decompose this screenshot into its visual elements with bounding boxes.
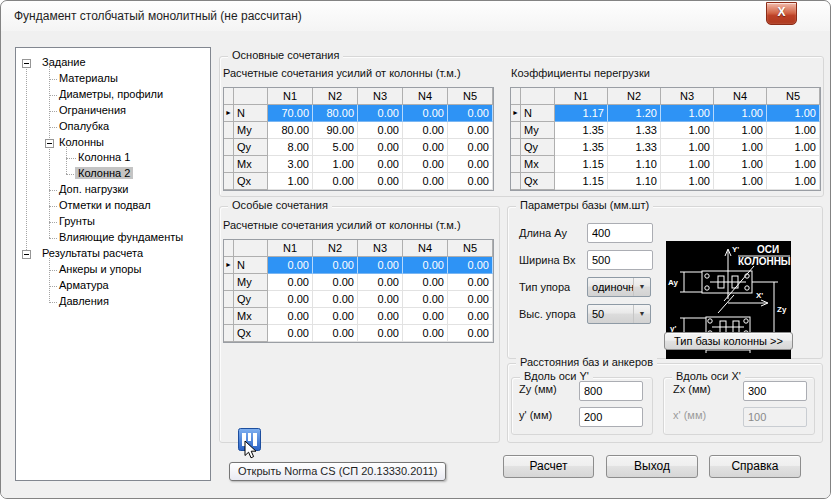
tree-item-label[interactable]: Ограничения [56,104,129,116]
grid-cell[interactable]: 0.00 [403,257,448,274]
grid-cell[interactable]: 1.00 [767,156,820,173]
width-bx-input[interactable] [587,250,653,270]
grid-cell[interactable]: 1.00 [714,156,767,173]
grid-cell[interactable]: 1.00 [268,173,313,190]
grid-cell[interactable]: 0.00 [448,173,493,190]
grid-cell[interactable]: 1.00 [767,122,820,139]
tree-item-label[interactable]: Задание [39,56,89,68]
grid-cell[interactable]: 5.00 [313,139,358,156]
close-button[interactable]: X [766,2,797,25]
tree-collapse-icon[interactable] [45,139,54,148]
grid-cell[interactable]: 0.00 [268,257,313,274]
tree-item-vliyayushchie-fundamenty[interactable]: Влияющие фундаменты [16,230,210,246]
grid-row-header[interactable]: My [234,274,268,291]
grid-cell[interactable]: 1.00 [767,105,820,122]
tree-item-grunty[interactable]: Грунты [16,214,210,230]
grid-row-header[interactable]: Qy [234,291,268,308]
chevron-down-icon[interactable]: ▼ [633,278,650,296]
grid-cell[interactable]: 0.00 [358,122,403,139]
grid-row-header[interactable]: Mx [234,308,268,325]
tree-item-armatura[interactable]: Арматура [16,278,210,294]
grid-row-header[interactable]: Qx [521,173,555,190]
grid-cell[interactable]: 1.00 [313,156,358,173]
grid-row-header[interactable]: My [521,122,555,139]
help-button[interactable]: Справка [709,455,801,478]
grid-cell[interactable]: 1.00 [661,105,714,122]
grid-cell[interactable]: 0.00 [268,291,313,308]
grid-cell[interactable]: 0.00 [268,325,313,342]
tree-item-davleniya[interactable]: Давления [16,294,210,310]
support-type-select[interactable]: одиночн ▼ [587,277,651,297]
grid-cell[interactable]: 8.00 [268,139,313,156]
tree-item-label[interactable]: Диаметры, профили [56,88,166,100]
grid-row-header[interactable]: Qy [234,139,268,156]
grid-cell[interactable]: 0.00 [403,291,448,308]
grid-cell[interactable]: 0.00 [403,325,448,342]
tree-item-label[interactable]: Колонна 1 [75,151,133,163]
grid-cell[interactable]: 0.00 [358,139,403,156]
grid-cell[interactable]: 0.00 [313,274,358,291]
grid-cell[interactable]: 0.00 [403,105,448,122]
grid-cell[interactable]: 0.00 [448,122,493,139]
grid-cell[interactable]: 0.00 [358,173,403,190]
grid-cell[interactable]: 80.00 [268,122,313,139]
y-small-input[interactable] [579,407,643,427]
tree-item-ogranicheniya[interactable]: Ограничения [16,103,210,119]
support-height-select[interactable]: 50 ▼ [587,304,651,324]
grid-row-header[interactable]: N [521,105,555,122]
tree-item-label[interactable]: Материалы [56,72,121,84]
grid-cell[interactable]: 80.00 [313,105,358,122]
grid-cell[interactable]: 0.00 [448,105,493,122]
tree-item-label[interactable]: Анкеры и упоры [56,263,144,275]
grid-cell[interactable]: 0.00 [403,274,448,291]
grid-cell[interactable]: 1.00 [714,139,767,156]
tree-item-label[interactable]: Отметки и подвал [56,199,154,211]
tree-item-otmetki-i-podval[interactable]: Отметки и подвал [16,198,210,214]
tree-collapse-icon[interactable] [22,250,31,259]
grid-cell[interactable]: 0.00 [448,156,493,173]
grid-cell[interactable]: 0.00 [448,325,493,342]
tree-item-materialy[interactable]: Материалы [16,71,210,87]
grid-cell[interactable]: 0.00 [358,325,403,342]
grid-cell[interactable]: 1.20 [608,105,661,122]
grid-cell[interactable]: 1.10 [608,156,661,173]
grid-cell[interactable]: 1.00 [767,173,820,190]
grid-cell[interactable]: 1.35 [555,122,608,139]
title-bar[interactable]: Фундамент столбчатый монолитный (не расс… [1,1,830,31]
grid-cell[interactable]: 0.00 [403,173,448,190]
grid-cell[interactable]: 70.00 [268,105,313,122]
tree-item-opalubka[interactable]: Опалубка [16,119,210,135]
grid-cell[interactable]: 0.00 [358,105,403,122]
tree-item-label[interactable]: Доп. нагрузки [56,183,131,195]
grid-cell[interactable]: 0.00 [358,291,403,308]
grid-cell[interactable]: 0.00 [448,257,493,274]
tree-item-diametry-profili[interactable]: Диаметры, профили [16,87,210,103]
tree-item-label[interactable]: Опалубка [56,120,112,132]
grid-cell[interactable]: 1.00 [661,139,714,156]
tree-item-kolonny[interactable]: Колонны [16,135,210,151]
grid-row-header[interactable]: Qy [521,139,555,156]
grid-row-header[interactable]: N [234,105,268,122]
tree-item-label[interactable]: Колонна 2 [75,167,133,179]
zy-input[interactable] [579,381,643,401]
grid-cell[interactable]: 0.00 [313,291,358,308]
grid-cell[interactable]: 0.00 [358,308,403,325]
grid-cell[interactable]: 1.00 [714,173,767,190]
grid-cell[interactable]: 1.17 [555,105,608,122]
grid-cell[interactable]: 1.00 [661,122,714,139]
grid-cell[interactable]: 0.00 [403,122,448,139]
grid-cell[interactable]: 0.00 [268,308,313,325]
base-type-button[interactable]: Тип базы колонны >> [664,332,793,350]
grid-cell[interactable]: 0.00 [268,274,313,291]
length-ay-input[interactable] [587,223,653,243]
grid-cell[interactable]: 0.00 [448,139,493,156]
grid-cell[interactable]: 0.00 [448,308,493,325]
grid-cell[interactable]: 0.00 [313,308,358,325]
grid-cell[interactable]: 0.00 [313,325,358,342]
grid-cell[interactable]: 0.00 [403,156,448,173]
grid-cell[interactable]: 0.00 [403,139,448,156]
grid-cell[interactable]: 1.00 [767,139,820,156]
grid-cell[interactable]: 3.00 [268,156,313,173]
grid-cell[interactable]: 90.00 [313,122,358,139]
tree-item-kolonna-2[interactable]: Колонна 2 [16,166,210,182]
